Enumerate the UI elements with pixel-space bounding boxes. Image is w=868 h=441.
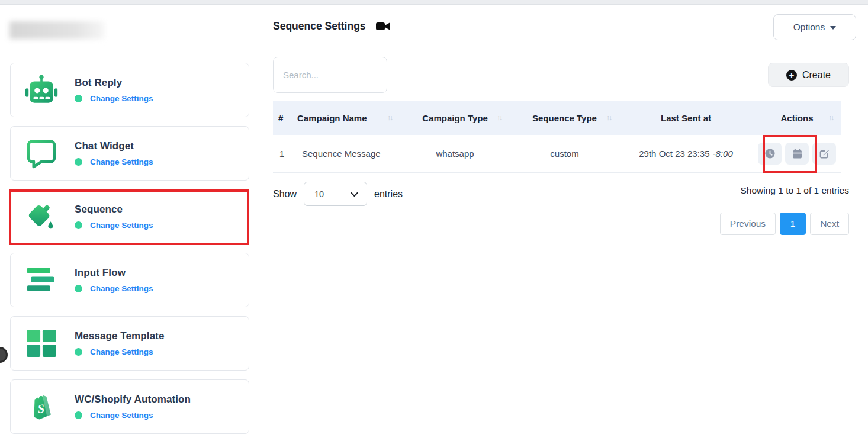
status-dot [75, 348, 82, 356]
chevron-down-icon [830, 26, 836, 30]
search-input[interactable] [273, 57, 387, 93]
sidebar-item-wc-shopify-automation[interactable]: S WC/Shopify Automation Change Settings [10, 379, 249, 434]
cell-sequence-type: custom [510, 135, 619, 172]
plus-circle-icon: + [786, 70, 797, 81]
schedule-date-button[interactable] [785, 143, 809, 165]
column-header-sequence-type[interactable]: Sequence Type ↑↓ [510, 101, 619, 135]
sidebar-item-label: Message Template [75, 330, 165, 342]
sidebar-item-label: WC/Shopify Automation [75, 394, 191, 405]
sidebar-item-message-template[interactable]: Message Template Change Settings [10, 316, 249, 371]
status-dot [75, 221, 82, 229]
column-header-campaign-name[interactable]: Campaign Name ↑↓ [295, 101, 400, 135]
sidebar-item-label: Sequence [75, 204, 153, 215]
status-dot [75, 158, 82, 166]
top-scroll-strip [0, 0, 868, 5]
previous-page-button[interactable]: Previous [720, 213, 776, 235]
table-footer: Show 10 entries Showing 1 to 1 of 1 entr… [273, 182, 849, 206]
sort-icon[interactable]: ↑↓ [497, 114, 510, 122]
change-settings-link[interactable]: Change Settings [90, 221, 153, 230]
sidebar-item-label: Input Flow [75, 267, 153, 279]
entries-label: entries [374, 189, 403, 199]
options-button[interactable]: Options [773, 14, 856, 40]
page-size-select[interactable]: 10 [304, 182, 367, 206]
show-label: Show [273, 189, 297, 199]
sequence-icon [24, 199, 59, 234]
sidebar-item-bot-reply[interactable]: Bot Reply Change Settings [10, 63, 249, 117]
sort-icon[interactable]: ↑↓ [606, 114, 619, 122]
entries-summary: Showing 1 to 1 of 1 entries [740, 185, 849, 196]
timezone-offset: -8:00 [713, 149, 733, 159]
page-title: Sequence Settings [273, 20, 366, 33]
chat-widget-icon [24, 136, 59, 170]
status-dot [75, 411, 82, 419]
column-header-actions[interactable]: Actions ↑↓ [753, 101, 841, 135]
input-flow-icon [24, 263, 59, 297]
svg-text:S: S [37, 402, 46, 416]
calendar-icon [792, 149, 802, 159]
cell-campaign-type: whatsapp [400, 135, 510, 172]
pagination: Previous 1 Next [720, 213, 849, 235]
change-settings-link[interactable]: Change Settings [90, 284, 153, 293]
status-dot [75, 95, 82, 102]
edit-button[interactable] [812, 143, 836, 165]
main-panel: Sequence Settings Options + Create # Cam… [261, 5, 868, 441]
cell-actions [753, 135, 841, 172]
change-settings-link[interactable]: Change Settings [90, 411, 153, 420]
change-settings-link[interactable]: Change Settings [90, 347, 153, 356]
table-header-row: # Campaign Name ↑↓ Campaign Type ↑↓ Sequ… [273, 101, 841, 135]
clock-icon [765, 149, 775, 159]
cell-index: 1 [273, 135, 295, 172]
bot-icon [24, 73, 59, 107]
sequence-table: # Campaign Name ↑↓ Campaign Type ↑↓ Sequ… [273, 101, 841, 173]
create-button[interactable]: + Create [768, 63, 849, 87]
status-dot [75, 285, 82, 292]
edge-floating-button[interactable] [0, 347, 8, 363]
sidebar-item-label: Chat Widget [75, 140, 153, 152]
create-label: Create [802, 70, 831, 81]
chevron-down-icon [351, 189, 358, 199]
sidebar-item-label: Bot Reply [75, 77, 153, 89]
shopify-icon: S [24, 390, 59, 424]
column-header-last-sent-at[interactable]: Last Sent at [619, 101, 753, 135]
column-header-campaign-type[interactable]: Campaign Type ↑↓ [400, 101, 510, 135]
page-number-button[interactable]: 1 [780, 213, 806, 235]
app-logo [9, 21, 104, 39]
page-size-value: 10 [314, 189, 324, 199]
cell-campaign-name: Sequence Message [295, 135, 400, 172]
table-row: 1 Sequence Message whatsapp custom 29th … [273, 135, 841, 173]
change-settings-link[interactable]: Change Settings [90, 94, 153, 103]
sort-icon[interactable]: ↑↓ [828, 114, 841, 122]
edit-icon [819, 149, 830, 159]
column-header-index: # [273, 101, 295, 135]
change-settings-link[interactable]: Change Settings [90, 157, 153, 166]
sidebar-item-input-flow[interactable]: Input Flow Change Settings [10, 253, 249, 307]
sidebar-item-sequence[interactable]: Sequence Change Settings [10, 189, 249, 244]
cell-last-sent-at: 29th Oct 23 23:35 -8:00 [619, 135, 753, 172]
sort-icon[interactable]: ↑↓ [387, 114, 400, 122]
message-template-icon [24, 326, 59, 360]
schedule-time-button[interactable] [758, 143, 782, 165]
sidebar-item-chat-widget[interactable]: Chat Widget Change Settings [10, 126, 249, 181]
video-tutorial-icon[interactable] [375, 21, 390, 32]
options-label: Options [793, 22, 825, 33]
next-page-button[interactable]: Next [810, 213, 849, 235]
